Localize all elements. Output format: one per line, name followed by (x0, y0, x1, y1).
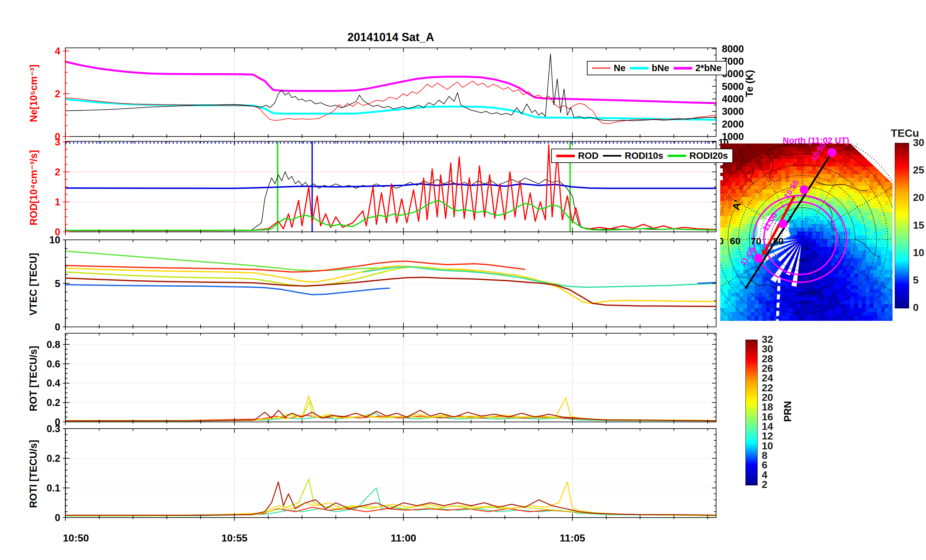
ytick-label: 0.3 (47, 423, 60, 434)
legend-label: ROD (578, 151, 598, 161)
ytick-label: 0 (55, 512, 60, 523)
colorbar-tick-label: 30 (913, 137, 924, 148)
ytick-label: 1 (55, 197, 60, 207)
prn-colorbar-label: PRN (782, 397, 794, 426)
legend-line-sample (556, 155, 575, 157)
legend-label: RODI20s (689, 151, 728, 161)
panel-rot: 00.20.40.60.8 (47, 333, 716, 428)
ylabel-ne: Ne[10⁵cm⁻³] (28, 45, 39, 141)
te-tick-label: 8000 (722, 43, 744, 54)
colorbar-tick-label: 0 (913, 302, 918, 313)
panel-vtec: 0510 (50, 235, 716, 333)
colorbar-tick-label: 10 (913, 247, 924, 259)
ylabel-rot: ROT [TECU/s] (28, 331, 39, 426)
ytick-label: 4 (55, 45, 61, 57)
legend-line-sample (630, 67, 649, 70)
colorbar-tick-label: 15 (913, 219, 924, 231)
xtick-label: 11:05 (560, 532, 586, 544)
legend-label: RODI10s (625, 151, 663, 161)
colorbar-tick-label: 25 (913, 164, 924, 176)
legend-label: Ne (614, 63, 625, 73)
legend-line-sample (592, 68, 611, 68)
figure: 20141014 Sat_A 0241000200030004000500060… (0, 0, 926, 560)
latitude-label: 60 (730, 236, 740, 246)
legend-item: Ne (592, 63, 625, 73)
ytick-label: 0.1 (47, 483, 60, 494)
te-tick-label: 4000 (722, 94, 744, 104)
latitude-label: 50 (720, 236, 724, 246)
legend-item: RODI10s (603, 151, 663, 161)
latitude-label: 80 (773, 236, 784, 246)
legend-item: ROD (556, 151, 598, 161)
colorbar-tick-label: 5 (913, 274, 918, 286)
ytick-label: 5 (55, 278, 60, 289)
legend-ne: NebNe2*bNe (587, 61, 727, 75)
colorbar-tick-label: 20 (913, 192, 924, 203)
ytick-label: 10 (50, 235, 60, 245)
panel-ne: 02410002000300040005000600070008000 (55, 43, 744, 142)
ytick-label: 0.8 (47, 339, 60, 350)
panel-roti: 00.10.20.310:5010:5511:0011:05 (47, 423, 716, 544)
ytick-label: 0.2 (47, 453, 60, 464)
ytick-label: 0.6 (47, 359, 60, 369)
ytick-label: 3 (55, 136, 60, 148)
xtick-label: 10:50 (63, 532, 89, 544)
ylabel-te: Te (K) (744, 56, 755, 110)
legend-item: 2*bNe (674, 63, 722, 73)
legend-rod: RODRODI10sRODI20s (551, 148, 733, 163)
legend-label: bNe (652, 63, 669, 73)
legend-label: 2*bNe (695, 63, 722, 73)
prn-colorbar (746, 340, 758, 485)
ylabel-roti: ROTI [TECU/s] (28, 424, 39, 523)
colorbar-tick-label: 2 (762, 479, 767, 490)
te-tick-label: 2000 (722, 119, 744, 130)
ytick-label: 0 (55, 321, 60, 333)
legend-line-sample (667, 155, 686, 157)
te-tick-label: 3000 (722, 106, 744, 117)
xtick-label: 10:55 (221, 532, 248, 544)
ytick-label: 2 (55, 166, 60, 178)
te-tick-label: 5000 (722, 81, 744, 92)
legend-item: bNe (630, 63, 669, 73)
xtick-label: 11:00 (391, 532, 416, 544)
latitude-label: 70 (750, 236, 761, 246)
tecu-colorbar (895, 143, 909, 309)
legend-line-sample (674, 67, 692, 70)
legend-line-sample (603, 155, 621, 157)
ylabel-vtec: VTEC [TECU] (28, 239, 39, 329)
ylabel-rod: ROD[10⁴cm⁻³/s] (28, 137, 39, 239)
map-north-label: North (11:02 UT) (765, 136, 867, 146)
legend-item: RODI20s (667, 151, 728, 161)
ytick-label: 0.2 (47, 397, 60, 408)
ytick-label: 2 (55, 88, 60, 100)
polar-tec-map: 10:5010:5511:0011:0550607080A' (720, 144, 893, 321)
ytick-label: 0.4 (47, 378, 61, 389)
